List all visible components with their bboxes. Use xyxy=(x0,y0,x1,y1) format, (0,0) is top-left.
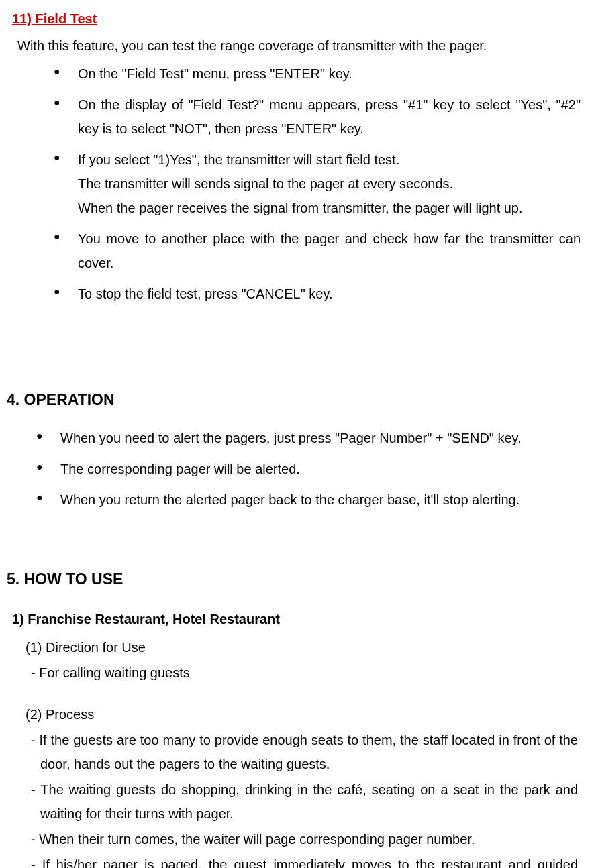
list-item-text: On the display of "Field Test?" menu app… xyxy=(78,97,581,136)
list-item: When you need to alert the pagers, just … xyxy=(36,426,581,450)
list-item-text: You move to another place with the pager… xyxy=(78,231,581,270)
list-item-text: When you need to alert the pagers, just … xyxy=(60,431,522,445)
list-item-text: When you return the alerted pager back t… xyxy=(60,492,519,507)
list-item-text: To stop the field test, press "CANCEL" k… xyxy=(78,286,333,301)
process-item: - The waiting guests do shopping, drinki… xyxy=(31,777,578,826)
list-item-subtext: When the pager receives the signal from … xyxy=(78,196,581,220)
list-item-text: On the "Field Test" menu, press "ENTER" … xyxy=(78,66,352,81)
section-11-title: 11) Field Test xyxy=(12,7,581,31)
list-item: The corresponding pager will be alerted. xyxy=(36,457,581,481)
section-11-intro: With this feature, you can test the rang… xyxy=(17,34,581,58)
process-item: - If his/her pager is paged, the guest i… xyxy=(31,853,578,868)
operation-heading: 4. OPERATION xyxy=(7,386,581,414)
howto-heading: 5. HOW TO USE xyxy=(7,565,581,593)
howto-sub1-title: 1) Franchise Restaurant, Hotel Restauran… xyxy=(12,607,581,631)
list-item: To stop the field test, press "CANCEL" k… xyxy=(54,282,581,306)
list-item-subtext: The transmitter will sends signal to the… xyxy=(78,172,581,196)
list-item: On the display of "Field Test?" menu app… xyxy=(54,93,581,141)
list-item: If you select "1)Yes", the transmitter w… xyxy=(54,148,581,220)
direction-label: (1) Direction for Use xyxy=(26,635,581,659)
process-item: - When their turn comes, the waiter will… xyxy=(31,827,578,851)
list-item: When you return the alerted pager back t… xyxy=(36,488,581,512)
operation-list: When you need to alert the pagers, just … xyxy=(36,426,581,512)
list-item-text: The corresponding pager will be alerted. xyxy=(60,462,300,476)
process-label: (2) Process xyxy=(26,702,581,726)
list-item: You move to another place with the pager… xyxy=(54,227,581,275)
field-test-list: On the "Field Test" menu, press "ENTER" … xyxy=(54,62,581,306)
list-item: On the "Field Test" menu, press "ENTER" … xyxy=(54,62,581,86)
direction-item: - For calling waiting guests xyxy=(31,661,578,685)
list-item-text: If you select "1)Yes", the transmitter w… xyxy=(78,152,399,167)
process-item: - If the guests are too many to provide … xyxy=(31,728,578,776)
